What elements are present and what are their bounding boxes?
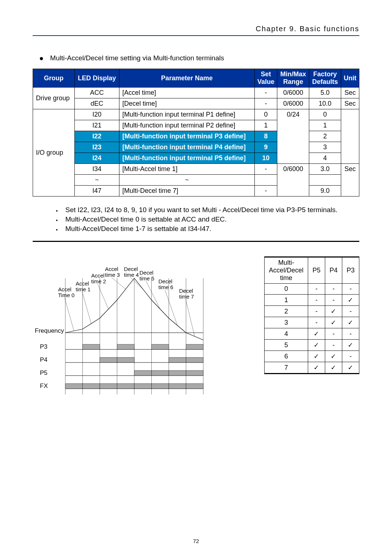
table-cell: 5.0 [309, 88, 341, 98]
svg-rect-44 [117, 357, 135, 362]
page-number: 72 [0, 538, 392, 544]
svg-text:Time 0: Time 0 [58, 292, 74, 298]
note-item: Multi-Accel/Decel time 0 is settable at … [56, 215, 359, 224]
intro-bullet: ● Multi-Accel/Decel time setting via Mul… [39, 54, 359, 62]
table-cell: 0/6000 [277, 164, 309, 197]
svg-text:time 3: time 3 [105, 272, 120, 278]
svg-text:P5: P5 [40, 369, 48, 376]
truth-cell: - [308, 317, 325, 328]
svg-rect-51 [169, 370, 186, 376]
section-divider [33, 241, 359, 242]
svg-rect-38 [117, 344, 135, 349]
truth-cell: - [342, 328, 359, 340]
truth-cell: - [325, 328, 342, 340]
truth-cell: 5 [264, 340, 308, 351]
param-header: FactoryDefaults [309, 69, 341, 88]
table-cell: Sec [341, 98, 359, 109]
table-cell: Sec [341, 88, 359, 98]
svg-text:Accel: Accel [105, 266, 118, 272]
param-header: SetValue [254, 69, 277, 88]
table-cell: ACC [74, 88, 119, 98]
truth-cell: 0 [264, 284, 308, 295]
svg-text:Accel: Accel [58, 286, 72, 292]
svg-text:time 6: time 6 [159, 284, 173, 290]
svg-text:Decel: Decel [139, 270, 153, 276]
table-cell: 1 [254, 120, 277, 131]
svg-text:P3: P3 [40, 343, 48, 350]
svg-rect-56 [83, 384, 100, 389]
table-cell: I47 [74, 186, 119, 197]
table-cell: ~ [74, 175, 119, 186]
param-header: Group [33, 69, 75, 88]
chapter-title: Chapter 9. Basic functions [33, 22, 359, 35]
table-cell: 1 [309, 120, 341, 131]
svg-rect-49 [134, 370, 152, 376]
table-cell: [Multi-function input terminal P5 define… [119, 153, 255, 164]
truth-cell: 1 [264, 295, 308, 306]
truth-cell: - [325, 284, 342, 295]
table-cell: I34 [74, 164, 119, 175]
svg-text:Accel: Accel [76, 280, 89, 287]
table-cell: 9.0 [309, 186, 341, 197]
svg-rect-59 [134, 384, 152, 389]
svg-text:time 1: time 1 [76, 286, 91, 292]
table-cell: dEC [74, 98, 119, 109]
table-cell: 4 [309, 153, 341, 164]
svg-rect-45 [169, 357, 186, 362]
svg-text:FX: FX [40, 382, 48, 389]
truth-cell: ✓ [342, 340, 359, 351]
table-cell: [Accel time] [119, 88, 255, 98]
table-cell: 0/24 [277, 109, 309, 164]
table-cell: 3 [309, 142, 341, 153]
table-cell: I/O group [33, 109, 75, 197]
table-cell: 0/6000 [277, 98, 309, 109]
truth-cell: - [342, 284, 359, 295]
table-cell: - [254, 164, 277, 175]
svg-rect-37 [83, 344, 100, 349]
svg-line-22 [111, 278, 126, 289]
table-cell: 8 [254, 131, 277, 142]
table-cell: 9 [254, 142, 277, 153]
table-cell: I21 [74, 120, 119, 131]
table-cell: - [254, 186, 277, 197]
svg-rect-40 [186, 344, 204, 349]
table-cell: 0 [254, 109, 277, 120]
table-cell: [Decel time] [119, 98, 255, 109]
table-cell [254, 175, 277, 186]
truth-cell: ✓ [308, 340, 325, 351]
truth-cell: ✓ [342, 295, 359, 306]
param-header: LED Display [74, 69, 119, 88]
table-cell: I20 [74, 109, 119, 120]
truth-cell: 2 [264, 306, 308, 317]
table-cell: - [254, 88, 277, 98]
truth-cell: ✓ [342, 317, 359, 328]
svg-rect-46 [186, 357, 204, 362]
param-header: Parameter Name [119, 69, 255, 88]
table-cell: [Multi-function input terminal P3 define… [119, 131, 255, 142]
param-header: Unit [341, 69, 359, 88]
truth-cell: - [308, 306, 325, 317]
table-cell: 0 [309, 109, 341, 120]
svg-text:Accel: Accel [91, 272, 105, 279]
truth-cell: - [308, 284, 325, 295]
bullet-icon: ● [39, 54, 44, 62]
note-item: Set I22, I23, I24 to 8, 9, 10 if you wan… [56, 205, 359, 215]
svg-text:P4: P4 [40, 356, 48, 363]
truth-cell: ✓ [342, 362, 359, 374]
svg-line-28 [146, 281, 160, 309]
truth-cell: ✓ [308, 351, 325, 362]
table-cell: 10.0 [309, 98, 341, 109]
svg-rect-57 [100, 384, 117, 389]
svg-text:time 7: time 7 [179, 293, 194, 300]
table-cell: - [254, 98, 277, 109]
table-cell: 10 [254, 153, 277, 164]
truth-cell: 6 [264, 351, 308, 362]
svg-text:time 4: time 4 [124, 272, 139, 278]
svg-rect-55 [65, 384, 83, 389]
svg-text:Decel: Decel [179, 288, 193, 294]
svg-text:time 2: time 2 [91, 278, 106, 284]
table-cell: I22 [74, 131, 119, 142]
truth-cell: ✓ [325, 317, 342, 328]
truth-cell: 3 [264, 317, 308, 328]
svg-line-19 [98, 284, 109, 309]
